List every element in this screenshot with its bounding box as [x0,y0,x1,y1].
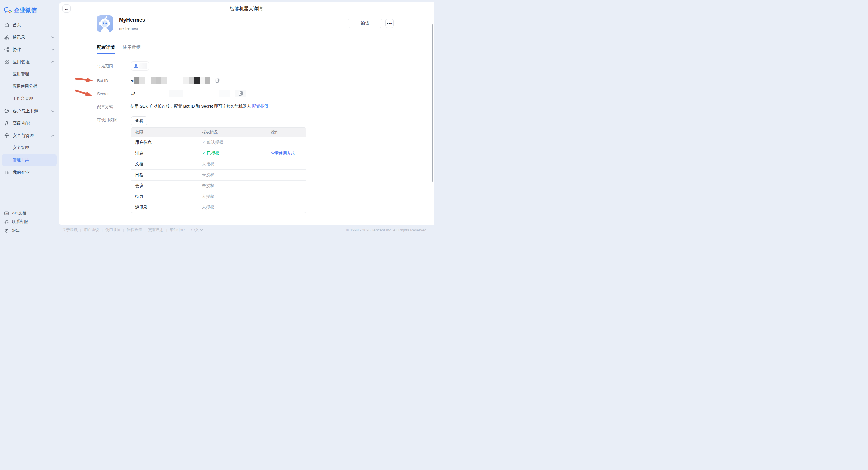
bot-avatar [97,15,113,32]
footer-link-help-center[interactable]: 帮助中心 [170,227,185,233]
sidebar-item-label: 安全管理 [12,145,29,150]
permission-name: 文档 [131,161,202,167]
redaction-block [161,77,167,84]
chevron-down-icon [51,110,55,112]
footer-separator: | [166,228,167,232]
column-header-permission: 权限 [131,130,202,135]
config-method-text: 使用 SDK 启动长连接，配置 Bot ID 和 Secret 即可连接智能机器… [130,104,251,108]
authorization-status: 已授权 [207,151,219,156]
footer-link-usage-rules[interactable]: 使用规范 [105,227,121,233]
apps-grid-icon [4,59,9,64]
sidebar-item-contacts[interactable]: 通讯录 [0,31,59,43]
redaction-block [169,90,183,97]
bot-id-label: Bot ID [97,79,108,83]
page-title: 智能机器人详情 [59,2,434,15]
sidebar-item-label: 协作 [12,47,21,52]
sidebar-item-label: API文档 [12,211,26,216]
sidebar-item-api-docs[interactable]: API API文档 [0,209,59,217]
footer-separator: | [188,228,188,232]
sidebar-item-security-management[interactable]: 安全与管理 [0,129,59,142]
sidebar-item-workbench-management[interactable]: 工作台管理 [0,92,59,105]
permission-name: 消息 [131,151,202,156]
bot-alias: my hermes [119,26,138,30]
table-row-meetings: 会议 未授权 [131,180,306,191]
footer-link-user-agreement[interactable]: 用户协议 [84,227,99,233]
redaction-block [200,77,205,84]
company-chart-icon [4,170,9,175]
headset-icon [4,219,9,224]
sidebar-item-advanced-features[interactable]: 高级功能 [0,117,59,129]
redaction-block [205,77,210,84]
sidebar: 企业微信 首页 通讯录 协作 应用管理 应用管理 应用使用分析 工作台管理 [0,0,59,235]
authorization-status: 未授权 [202,205,214,210]
permission-name: 会议 [131,183,202,188]
page-footer: 关于腾讯| 用户协议| 使用规范| 隐私政策| 更新日志| 帮助中心| 中文 ©… [0,225,434,235]
sidebar-item-label: 联系客服 [12,219,28,224]
footer-link-privacy-policy[interactable]: 隐私政策 [127,227,142,233]
copy-bot-id-icon[interactable] [215,78,220,84]
sidebar-item-collaboration[interactable]: 协作 [0,43,59,56]
redaction-block [134,77,139,84]
sidebar-item-app-management-sub[interactable]: 应用管理 [0,68,59,80]
sidebar-item-label: 应用管理 [12,59,30,65]
more-actions-button[interactable]: ••• [385,19,394,28]
permission-name: 用户信息 [131,140,202,145]
sidebar-item-label: 通讯录 [12,34,26,40]
sidebar-item-app-management[interactable]: 应用管理 [0,56,59,68]
redaction-block [194,77,200,84]
chevron-up-icon [51,61,55,63]
chevron-down-icon [51,49,55,51]
sidebar-item-management-tools[interactable]: 管理工具 [2,154,57,166]
footer-link-about-tencent[interactable]: 关于腾讯 [62,227,78,233]
column-header-action: 操作 [271,130,302,135]
view-permissions-button[interactable]: 查看 [131,117,148,125]
sidebar-item-app-usage-analytics[interactable]: 应用使用分析 [0,80,59,92]
table-row-calendar: 日程 未授权 [131,169,306,180]
sidebar-item-label: 管理工具 [12,157,29,163]
table-row-todos: 待办 未授权 [131,191,306,202]
bot-id-value: ai [130,77,210,84]
language-label: 中文 [191,227,199,233]
authorization-status: 未授权 [202,173,214,177]
bot-name: MyHermes [119,17,145,23]
sidebar-item-safety-management[interactable]: 安全管理 [0,142,59,154]
permissions-table: 权限 授权情况 操作 用户信息 ✓默认授权 消息 ✓已授权 查看使用方式 文档 … [131,127,306,213]
sidebar-item-label: 应用管理 [12,71,29,77]
footer-separator: | [145,228,146,232]
language-selector[interactable]: 中文 [191,227,203,233]
edit-button[interactable]: 编辑 [348,19,382,28]
sidebar-item-label: 客户与上下游 [12,108,38,114]
view-usage-link[interactable]: 查看使用方式 [271,151,295,155]
tabs-divider [97,54,434,54]
scrollbar-thumb[interactable] [432,24,433,182]
table-row-user-info: 用户信息 ✓默认授权 [131,137,306,148]
sidebar-item-my-company[interactable]: 我的企业 [0,166,59,179]
sidebar-nav: 首页 通讯录 协作 应用管理 应用管理 应用使用分析 工作台管理 客户与上下游 [0,19,59,179]
footer-separator: | [123,228,124,232]
flag-icon [4,121,9,126]
sidebar-item-label: 工作台管理 [12,96,33,101]
sidebar-item-home[interactable]: 首页 [0,19,59,31]
check-icon: ✓ [202,151,205,156]
tab-usage-data[interactable]: 使用数据 [123,44,141,55]
sidebar-item-customers[interactable]: 客户与上下游 [0,105,59,117]
chat-bubble-icon [4,108,9,114]
back-button[interactable]: ← [62,4,70,12]
authorization-status: 默认授权 [207,140,223,145]
config-guide-link[interactable]: 配置指引 [252,104,268,108]
content-bottom-divider [97,221,434,221]
copy-secret-icon[interactable] [239,91,243,97]
sidebar-item-label: 首页 [12,22,21,28]
active-tab-underline [97,53,115,54]
footer-link-changelog[interactable]: 更新日志 [148,227,163,233]
svg-text:API: API [6,213,8,214]
secret-label: Secret [97,92,108,96]
redaction-block [184,77,189,84]
footer-separator: | [101,228,102,232]
app-logo: 企业微信 [4,6,37,14]
back-arrow-icon: ← [64,6,69,11]
table-row-messages: 消息 ✓已授权 查看使用方式 [131,148,306,159]
visible-scope-member-badge[interactable] [131,61,149,70]
contacts-icon [4,34,9,40]
visible-scope-label: 可见范围 [97,63,113,68]
